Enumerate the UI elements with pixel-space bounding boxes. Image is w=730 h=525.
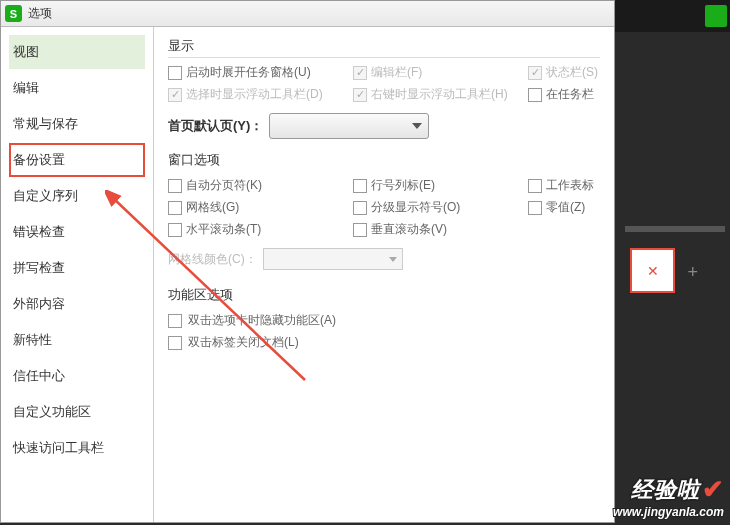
- checkbox-zero-value[interactable]: [528, 201, 542, 215]
- sidebar-item-spell-check[interactable]: 拼写检查: [9, 251, 145, 285]
- checkbox-h-scroll[interactable]: [168, 223, 182, 237]
- sidebar-item-quick-access[interactable]: 快速访问工具栏: [9, 431, 145, 465]
- section-window-opts: 窗口选项: [168, 151, 600, 171]
- sidebar-item-external[interactable]: 外部内容: [9, 287, 145, 321]
- sidebar-item-custom-ribbon[interactable]: 自定义功能区: [9, 395, 145, 429]
- ruler-strip: [625, 226, 725, 232]
- sidebar-item-general-save[interactable]: 常规与保存: [9, 107, 145, 141]
- label-dbl-tab-hide: 双击选项卡时隐藏功能区(A): [188, 312, 336, 329]
- label-default-tab: 首页默认页(Y)：: [168, 117, 263, 135]
- chevron-down-icon: [412, 123, 422, 129]
- label-zero-value: 零值(Z): [546, 199, 585, 216]
- sidebar-item-error-check[interactable]: 错误检查: [9, 215, 145, 249]
- label-edit-bar: 编辑栏(F): [371, 64, 422, 81]
- main-panel: 显示 启动时展开任务窗格(U) 编辑栏(F) 状态栏(S): [154, 27, 614, 522]
- watermark: 经验啦 ✔ www.jingyanla.com: [613, 474, 724, 519]
- checkbox-in-taskbar[interactable]: [528, 88, 542, 102]
- sidebar-item-backup[interactable]: 备份设置: [9, 143, 145, 177]
- label-sheet-label: 工作表标: [546, 177, 594, 194]
- add-sheet-icon[interactable]: +: [687, 262, 698, 283]
- app-logo-icon: S: [5, 5, 22, 22]
- checkbox-dbl-tab-hide[interactable]: [168, 314, 182, 328]
- sidebar-item-new-features[interactable]: 新特性: [9, 323, 145, 357]
- watermark-url: www.jingyanla.com: [613, 505, 724, 519]
- label-in-taskbar: 在任务栏: [546, 86, 594, 103]
- dropdown-default-tab[interactable]: [269, 113, 429, 139]
- close-icon: ✕: [647, 263, 659, 279]
- label-auto-pagebreak: 自动分页符(K): [186, 177, 262, 194]
- checkbox-right-float: [353, 88, 367, 102]
- checkbox-select-float: [168, 88, 182, 102]
- checkbox-edit-bar: [353, 66, 367, 80]
- label-grid-color: 网格线颜色(C)：: [168, 251, 257, 268]
- checkbox-level-indicator[interactable]: [353, 201, 367, 215]
- checkbox-auto-pagebreak[interactable]: [168, 179, 182, 193]
- section-ribbon-opts: 功能区选项: [168, 286, 600, 306]
- checkbox-gridlines[interactable]: [168, 201, 182, 215]
- label-startup-taskpane: 启动时展开任务窗格(U): [186, 64, 311, 81]
- check-icon: ✔: [702, 474, 724, 505]
- label-level-indicator: 分级显示符号(O): [371, 199, 460, 216]
- dialog-title: 选项: [28, 5, 52, 22]
- options-dialog: S 选项 视图 编辑 常规与保存 备份设置 自定义序列 错误检查 拼写检查 外部…: [0, 0, 615, 523]
- checkbox-status-bar: [528, 66, 542, 80]
- watermark-brand: 经验啦: [631, 475, 700, 505]
- checkbox-sheet-label[interactable]: [528, 179, 542, 193]
- dialog-content: 视图 编辑 常规与保存 备份设置 自定义序列 错误检查 拼写检查 外部内容 新特…: [1, 27, 614, 522]
- label-gridlines: 网格线(G): [186, 199, 239, 216]
- checkbox-dbl-tab-close[interactable]: [168, 336, 182, 350]
- sidebar-item-view[interactable]: 视图: [9, 35, 145, 69]
- sidebar-item-custom-list[interactable]: 自定义序列: [9, 179, 145, 213]
- sidebar-item-edit[interactable]: 编辑: [9, 71, 145, 105]
- sidebar-item-trust-center[interactable]: 信任中心: [9, 359, 145, 393]
- label-dbl-tab-close: 双击标签关闭文档(L): [188, 334, 299, 351]
- checkbox-row-col-label[interactable]: [353, 179, 367, 193]
- label-select-float: 选择时显示浮动工具栏(D): [186, 86, 323, 103]
- label-h-scroll: 水平滚动条(T): [186, 221, 261, 238]
- sheet-tab-close[interactable]: ✕: [630, 248, 675, 293]
- sidebar: 视图 编辑 常规与保存 备份设置 自定义序列 错误检查 拼写检查 外部内容 新特…: [1, 27, 154, 522]
- label-row-col-label: 行号列标(E): [371, 177, 435, 194]
- green-indicator: [705, 5, 727, 27]
- chevron-down-icon: [389, 257, 397, 262]
- label-status-bar: 状态栏(S): [546, 64, 598, 81]
- titlebar: S 选项: [1, 1, 614, 27]
- section-display: 显示: [168, 37, 600, 58]
- label-right-float: 右键时显示浮动工具栏(H): [371, 86, 508, 103]
- checkbox-v-scroll[interactable]: [353, 223, 367, 237]
- dropdown-grid-color[interactable]: [263, 248, 403, 270]
- checkbox-startup-taskpane[interactable]: [168, 66, 182, 80]
- label-v-scroll: 垂直滚动条(V): [371, 221, 447, 238]
